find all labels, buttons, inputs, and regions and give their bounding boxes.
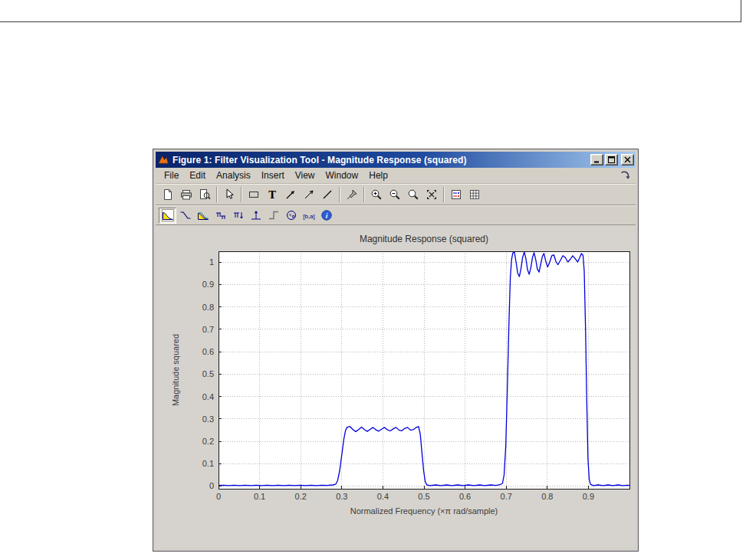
line-icon <box>321 188 334 201</box>
svg-text:0.3: 0.3 <box>202 414 214 424</box>
toolbar-separator <box>363 187 365 202</box>
toolbar-separator <box>216 187 218 202</box>
legend-icon <box>450 188 462 201</box>
menu-item-view[interactable]: View <box>290 169 320 182</box>
window-title: Figure 1: Filter Visualization Tool - Ma… <box>173 155 590 165</box>
open-arrow-icon <box>303 188 315 201</box>
menu-item-analysis[interactable]: Analysis <box>211 169 256 182</box>
svg-text:0.9: 0.9 <box>583 492 594 501</box>
magnitude-and-phase-button[interactable] <box>194 208 212 224</box>
svg-text:0.1: 0.1 <box>254 492 265 501</box>
svg-text:0.2: 0.2 <box>202 437 214 446</box>
svg-text:Normalized Frequency (×π rad/s: Normalized Frequency (×π rad/sample) <box>350 506 498 516</box>
rectangle-icon <box>248 188 260 201</box>
toolbar-separator <box>339 187 340 202</box>
menu-item-file[interactable]: File <box>159 169 184 182</box>
insert-line-button[interactable] <box>318 186 337 203</box>
svg-text:0: 0 <box>216 492 221 501</box>
print-preview-button[interactable] <box>196 186 214 203</box>
pin-annotation-button[interactable] <box>343 186 361 203</box>
grid-button[interactable] <box>465 186 484 203</box>
insert-open-arrow-button[interactable] <box>300 186 318 203</box>
svg-text:[b,a]: [b,a] <box>303 213 315 220</box>
dock-figure-icon[interactable] <box>619 169 631 182</box>
minimize-button[interactable] <box>590 154 603 165</box>
zoom-xy-button[interactable] <box>404 186 422 203</box>
zoom-out-icon <box>389 188 401 201</box>
zoom-in-button[interactable] <box>367 186 386 203</box>
svg-text:0.7: 0.7 <box>501 492 512 501</box>
analysis-toolbar: [b,a] i <box>156 205 636 225</box>
filter-information-button[interactable]: i <box>317 208 335 224</box>
svg-text:0.6: 0.6 <box>459 492 471 501</box>
phase-response-icon <box>179 209 192 221</box>
new-figure-button[interactable] <box>159 186 177 203</box>
phase-response-button[interactable] <box>176 208 194 224</box>
filter-information-icon: i <box>320 209 333 221</box>
page-border-right <box>741 0 741 22</box>
svg-text:Magnitude squared: Magnitude squared <box>171 334 180 406</box>
menu-bar: FileEditAnalysisInsertViewWindowHelp <box>156 168 636 184</box>
close-button[interactable] <box>621 154 634 165</box>
svg-text:0.1: 0.1 <box>202 459 214 468</box>
impulse-response-button[interactable] <box>247 208 265 224</box>
menu-item-edit[interactable]: Edit <box>184 169 211 182</box>
svg-text:1: 1 <box>209 257 214 267</box>
magnitude-response-button[interactable] <box>159 208 176 224</box>
document-page: Figure 1: Filter Visualization Tool - Ma… <box>0 0 746 560</box>
filter-coefficients-icon: [b,a] <box>302 209 316 221</box>
pin-icon <box>346 188 358 201</box>
fvtool-window: Figure 1: Filter Visualization Tool - Ma… <box>153 149 638 551</box>
svg-text:0.2: 0.2 <box>295 492 307 501</box>
zoom-xy-icon <box>407 188 419 201</box>
svg-text:0.4: 0.4 <box>202 392 214 401</box>
zoom-out-button[interactable] <box>386 186 404 203</box>
filter-coefficients-button[interactable]: [b,a] <box>300 208 317 224</box>
svg-text:0.9: 0.9 <box>202 280 214 289</box>
svg-text:0.6: 0.6 <box>202 347 214 356</box>
svg-text:0: 0 <box>209 481 214 490</box>
magnitude-response-icon <box>162 209 174 221</box>
full-view-button[interactable] <box>422 186 441 203</box>
matlab-figure-icon <box>158 154 169 165</box>
print-preview-icon <box>199 188 211 201</box>
group-delay-button[interactable] <box>212 208 229 224</box>
toolbar-separator <box>241 187 242 202</box>
new-figure-icon <box>162 188 174 201</box>
maximize-button[interactable] <box>605 154 618 165</box>
svg-text:0.4: 0.4 <box>377 492 389 501</box>
page-border-top <box>0 21 741 22</box>
edit-plot-button[interactable] <box>220 186 238 203</box>
magnitude-and-phase-icon <box>197 209 209 221</box>
zoom-in-icon <box>370 188 383 201</box>
text-tool-icon: T <box>268 190 276 200</box>
window-controls <box>590 154 634 165</box>
insert-text-button[interactable]: T <box>263 186 281 203</box>
grid-icon <box>468 188 481 201</box>
step-response-button[interactable] <box>265 208 282 224</box>
svg-text:0.5: 0.5 <box>202 369 214 378</box>
svg-text:Magnitude Response (squared): Magnitude Response (squared) <box>360 234 488 244</box>
minimize-icon <box>593 156 600 163</box>
title-bar[interactable]: Figure 1: Filter Visualization Tool - Ma… <box>156 152 636 168</box>
maximize-icon <box>608 156 615 163</box>
impulse-response-icon <box>250 209 262 221</box>
step-response-icon <box>268 209 280 221</box>
close-icon <box>624 156 631 163</box>
menu-item-help[interactable]: Help <box>363 169 393 182</box>
insert-arrow-button[interactable] <box>281 186 300 203</box>
pole-zero-button[interactable] <box>282 208 300 224</box>
legend-button[interactable] <box>447 186 465 203</box>
group-delay-icon <box>215 209 227 221</box>
toolbar-separator <box>443 187 445 202</box>
main-toolbar: T <box>156 184 636 205</box>
print-button[interactable] <box>177 186 196 203</box>
menu-item-window[interactable]: Window <box>320 169 364 182</box>
print-icon <box>180 188 192 201</box>
insert-rectangle-button[interactable] <box>245 186 263 203</box>
magnitude-response-plot[interactable]: 00.10.20.30.40.50.60.70.80.900.10.20.30.… <box>156 225 636 549</box>
menu-item-insert[interactable]: Insert <box>256 169 290 182</box>
phase-delay-button[interactable] <box>229 208 247 224</box>
svg-text:0.7: 0.7 <box>202 325 214 334</box>
figure-canvas: 00.10.20.30.40.50.60.70.80.900.10.20.30.… <box>156 225 636 549</box>
